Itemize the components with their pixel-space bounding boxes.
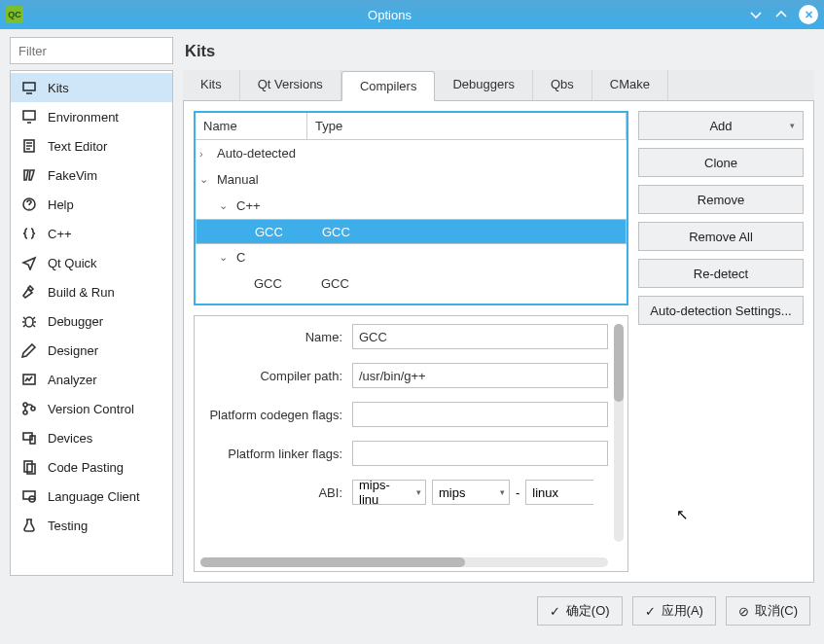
- label-abi: ABI:: [198, 485, 346, 500]
- chevron-down-icon: ▾: [416, 487, 421, 497]
- horizontal-scrollbar[interactable]: [200, 557, 608, 567]
- sidebar-item-kits[interactable]: Kits: [11, 73, 172, 102]
- vim-icon: [20, 166, 38, 184]
- sidebar-item-environment[interactable]: Environment: [11, 102, 172, 131]
- tab-qtversions[interactable]: Qt Versions: [240, 70, 341, 100]
- label-name: Name:: [198, 330, 346, 344]
- doc-icon: [20, 137, 38, 155]
- abi-dash: -: [516, 485, 519, 500]
- scroll-thumb[interactable]: [200, 557, 465, 567]
- sidebar-item-texteditor[interactable]: Text Editor: [11, 131, 172, 161]
- label-linker: Platform linker flags:: [198, 447, 346, 461]
- tree-node-c-gcc[interactable]: GCCGCC: [196, 270, 627, 297]
- braces-icon: [20, 225, 38, 242]
- remove-button[interactable]: Remove: [638, 185, 804, 214]
- bug-icon: [20, 312, 38, 330]
- maximize-icon[interactable]: [773, 7, 789, 22]
- sidebar-item-label: Language Client: [48, 489, 140, 504]
- app-logo: QC: [6, 6, 23, 23]
- sidebar-item-label: Build & Run: [48, 285, 115, 300]
- sidebar-item-label: Kits: [48, 81, 69, 95]
- devices-icon: [20, 429, 38, 447]
- chevron-right-icon: ›: [199, 148, 211, 160]
- sidebar-item-cpp[interactable]: C++: [11, 219, 172, 248]
- tree-node-manual[interactable]: ⌄Manual: [196, 166, 627, 193]
- sidebar-item-label: Text Editor: [48, 139, 107, 154]
- field-linker[interactable]: [352, 441, 608, 466]
- redetect-button[interactable]: Re-detect: [638, 259, 804, 288]
- sidebar-item-fakevim[interactable]: FakeVim: [11, 161, 172, 190]
- label-compiler-path: Compiler path:: [198, 369, 346, 383]
- sidebar-item-label: Environment: [48, 110, 119, 125]
- sidebar-item-codepasting[interactable]: Code Pasting: [11, 452, 172, 482]
- field-name[interactable]: [352, 324, 608, 349]
- sidebar-item-vcs[interactable]: Version Control: [11, 394, 172, 423]
- sidebar-item-label: C++: [48, 227, 72, 241]
- field-compiler-path[interactable]: [352, 363, 608, 388]
- clone-button[interactable]: Clone: [638, 148, 804, 177]
- tree-header-type[interactable]: Type: [307, 113, 627, 139]
- select-abi-main[interactable]: mips-linu▾: [352, 480, 426, 505]
- compilers-tree[interactable]: Name Type ›Auto-detected ⌄Manual ⌄C++ GC…: [194, 111, 628, 305]
- sidebar-item-label: FakeVim: [48, 168, 97, 183]
- select-abi-arch[interactable]: mips▾: [432, 480, 510, 505]
- svg-point-7: [23, 411, 27, 414]
- apply-button[interactable]: ✓应用(A): [632, 596, 716, 626]
- remove-all-button[interactable]: Remove All: [638, 222, 804, 251]
- select-abi-os[interactable]: linux: [525, 480, 593, 505]
- analyzer-icon: [20, 371, 38, 388]
- test-icon: [20, 517, 38, 534]
- category-sidebar: Kits Environment Text Editor FakeVim Hel…: [10, 70, 173, 576]
- sidebar-item-testing[interactable]: Testing: [11, 511, 172, 540]
- sidebar-item-debugger[interactable]: Debugger: [11, 306, 172, 336]
- auto-detection-settings-button[interactable]: Auto-detection Settings...: [638, 296, 804, 325]
- sidebar-item-qtquick[interactable]: Qt Quick: [11, 248, 172, 277]
- tree-node-cpp-gcc[interactable]: GCCGCC: [196, 219, 627, 244]
- filter-input[interactable]: [10, 37, 173, 64]
- chevron-down-icon: ▾: [790, 121, 795, 130]
- field-codegen[interactable]: [352, 402, 608, 427]
- cancel-button[interactable]: ⊘取消(C): [726, 596, 810, 626]
- ok-button[interactable]: ✓确定(O): [537, 596, 623, 626]
- sidebar-item-help[interactable]: Help: [11, 190, 172, 219]
- sidebar-item-buildrun[interactable]: Build & Run: [11, 277, 172, 306]
- vcs-icon: [20, 400, 38, 417]
- plane-icon: [20, 254, 38, 271]
- tree-header-name[interactable]: Name: [196, 113, 307, 139]
- help-icon: [20, 196, 38, 213]
- sidebar-item-langclient[interactable]: Language Client: [11, 482, 172, 511]
- tab-compilers[interactable]: Compilers: [341, 71, 436, 101]
- chevron-down-icon: ⌄: [219, 199, 231, 212]
- sidebar-item-label: Designer: [48, 343, 98, 358]
- svg-rect-1: [23, 111, 35, 120]
- label-codegen: Platform codegen flags:: [198, 408, 346, 422]
- tab-qbs[interactable]: Qbs: [533, 70, 592, 100]
- svg-rect-0: [23, 83, 35, 90]
- lsp-icon: [20, 487, 38, 505]
- sidebar-item-designer[interactable]: Designer: [11, 336, 172, 365]
- tree-node-auto[interactable]: ›Auto-detected: [196, 140, 627, 166]
- tree-node-cpp[interactable]: ⌄C++: [196, 193, 627, 219]
- svg-point-4: [25, 317, 33, 327]
- sidebar-item-label: Analyzer: [48, 373, 97, 387]
- sidebar-item-label: Help: [48, 197, 74, 212]
- add-button[interactable]: Add▾: [638, 111, 804, 140]
- chevron-down-icon: ⌄: [219, 251, 231, 264]
- sidebar-item-label: Code Pasting: [48, 460, 124, 475]
- tree-node-c[interactable]: ⌄C: [196, 244, 627, 270]
- tab-cmake[interactable]: CMake: [592, 70, 668, 100]
- vertical-scrollbar[interactable]: [614, 324, 624, 542]
- chevron-down-icon: ⌄: [199, 173, 211, 186]
- tab-debuggers[interactable]: Debuggers: [435, 70, 533, 100]
- minimize-icon[interactable]: [748, 7, 764, 22]
- sidebar-item-devices[interactable]: Devices: [11, 423, 172, 452]
- scroll-thumb[interactable]: [614, 324, 624, 402]
- tab-kits[interactable]: Kits: [183, 70, 240, 100]
- page-title: Kits: [185, 42, 215, 60]
- sidebar-item-label: Devices: [48, 431, 92, 446]
- sidebar-item-label: Version Control: [48, 402, 134, 416]
- compiler-details: Name: Compiler path: Platform codegen fl…: [194, 315, 628, 572]
- pencil-icon: [20, 341, 38, 359]
- close-icon[interactable]: ✕: [799, 5, 818, 24]
- sidebar-item-analyzer[interactable]: Analyzer: [11, 365, 172, 394]
